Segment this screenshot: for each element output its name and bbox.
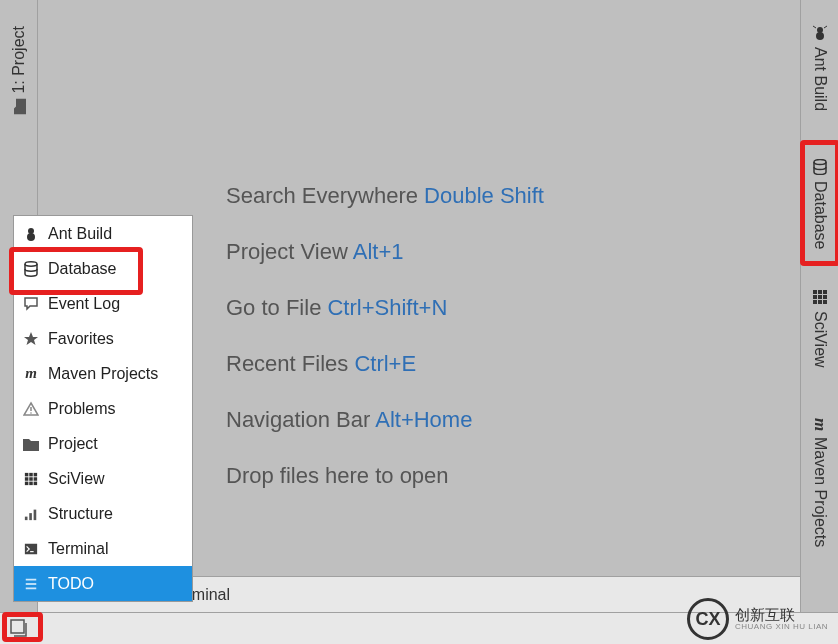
menu-item-sciview[interactable]: SciView: [14, 461, 192, 496]
watermark: CX 创新互联 CHUANG XIN HU LIAN: [687, 598, 828, 640]
svg-rect-22: [25, 477, 29, 481]
menu-item-ant-build[interactable]: Ant Build: [14, 216, 192, 251]
list-icon: [22, 575, 40, 593]
menu-item-project[interactable]: Project: [14, 426, 192, 461]
svg-rect-27: [34, 481, 38, 485]
svg-rect-5: [813, 290, 817, 294]
svg-rect-38: [11, 620, 24, 633]
maven-m-icon: m: [810, 418, 830, 431]
svg-rect-25: [25, 481, 29, 485]
svg-point-16: [25, 261, 37, 265]
menu-item-terminal[interactable]: Terminal: [14, 531, 192, 566]
database-tab[interactable]: Database: [801, 148, 838, 260]
svg-point-18: [30, 412, 32, 414]
svg-line-2: [813, 26, 816, 28]
folder-icon: [22, 435, 40, 453]
tool-window-popup: Ant Build Database Event Log Favorites m…: [13, 215, 193, 602]
database-icon: [22, 260, 40, 278]
svg-rect-7: [823, 290, 827, 294]
svg-rect-20: [29, 472, 33, 476]
square-stack-icon: [10, 619, 30, 637]
svg-rect-6: [818, 290, 822, 294]
svg-rect-29: [29, 513, 32, 520]
ant-build-tab[interactable]: Ant Build: [801, 8, 838, 128]
structure-icon: [22, 505, 40, 523]
svg-line-3: [824, 26, 827, 28]
ant-icon: [22, 225, 40, 243]
folder-icon: [12, 99, 26, 115]
project-tab[interactable]: 1: Project: [0, 10, 38, 130]
right-tool-strip: Ant Build Database SciView m Maven Proje…: [800, 0, 838, 644]
svg-rect-26: [29, 481, 33, 485]
menu-item-favorites[interactable]: Favorites: [14, 321, 192, 356]
database-icon: [812, 159, 828, 175]
ant-build-label: Ant Build: [811, 47, 829, 111]
svg-rect-12: [818, 300, 822, 304]
grid-icon: [22, 470, 40, 488]
welcome-text: Search Everywhere Double Shift Project V…: [226, 168, 544, 504]
svg-rect-11: [813, 300, 817, 304]
menu-item-database[interactable]: Database: [14, 251, 192, 286]
maven-m-icon: m: [22, 365, 40, 383]
terminal-icon: [22, 540, 40, 558]
svg-rect-31: [25, 543, 37, 554]
svg-rect-24: [34, 477, 38, 481]
maven-projects-label: Maven Projects: [811, 437, 829, 547]
svg-point-4: [814, 159, 826, 164]
svg-rect-30: [34, 509, 37, 520]
svg-rect-19: [25, 472, 29, 476]
ant-icon: [812, 25, 828, 41]
svg-rect-23: [29, 477, 33, 481]
menu-item-event-log[interactable]: Event Log: [14, 286, 192, 321]
svg-point-1: [816, 32, 824, 40]
svg-rect-9: [818, 295, 822, 299]
menu-item-problems[interactable]: Problems: [14, 391, 192, 426]
grid-icon: [812, 289, 828, 305]
svg-rect-8: [813, 295, 817, 299]
database-label: Database: [811, 181, 829, 250]
watermark-logo: CX: [687, 598, 729, 640]
svg-rect-21: [34, 472, 38, 476]
sciview-label: SciView: [811, 311, 829, 368]
menu-item-maven-projects[interactable]: m Maven Projects: [14, 356, 192, 391]
speech-bubble-icon: [22, 295, 40, 313]
svg-rect-10: [823, 295, 827, 299]
project-tab-label: 1: Project: [10, 26, 28, 94]
svg-rect-28: [25, 516, 28, 520]
tool-windows-toggle[interactable]: [10, 619, 30, 637]
svg-point-15: [27, 233, 35, 241]
sciview-tab[interactable]: SciView: [801, 278, 838, 378]
maven-projects-tab[interactable]: m Maven Projects: [801, 398, 838, 568]
warning-icon: [22, 400, 40, 418]
svg-rect-13: [823, 300, 827, 304]
menu-item-structure[interactable]: Structure: [14, 496, 192, 531]
menu-item-todo[interactable]: TODO: [14, 566, 192, 601]
star-icon: [22, 330, 40, 348]
